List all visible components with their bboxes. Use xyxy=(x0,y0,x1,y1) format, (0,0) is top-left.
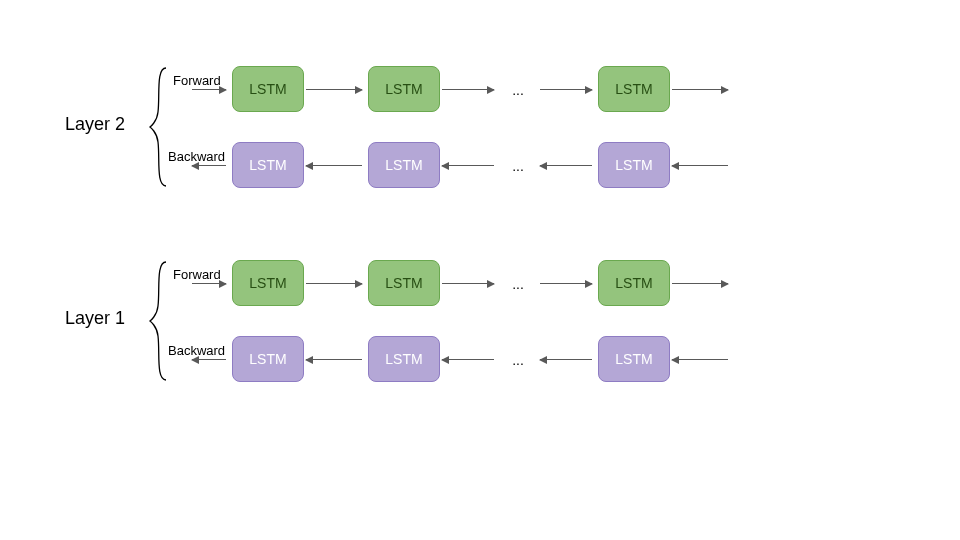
lstm-cell-forward: LSTM xyxy=(232,66,304,112)
arrow-right xyxy=(672,283,728,284)
diagram-stage: Layer 2 Forward LSTM LSTM ... LSTM Backw… xyxy=(0,0,960,540)
cell-text: LSTM xyxy=(615,157,652,173)
cell-text: LSTM xyxy=(615,351,652,367)
arrow-left xyxy=(306,165,362,166)
arrow-left xyxy=(192,359,226,360)
arrow-right xyxy=(306,89,362,90)
layer-2-backward-row: LSTM LSTM ... LSTM xyxy=(0,142,960,188)
cell-text: LSTM xyxy=(249,351,286,367)
cell-text: LSTM xyxy=(385,275,422,291)
cell-text: LSTM xyxy=(615,81,652,97)
arrow-right xyxy=(442,283,494,284)
arrow-right xyxy=(672,89,728,90)
lstm-cell-backward: LSTM xyxy=(368,336,440,382)
cell-text: LSTM xyxy=(615,275,652,291)
lstm-cell-forward: LSTM xyxy=(598,260,670,306)
lstm-cell-forward: LSTM xyxy=(598,66,670,112)
layer-2-label: Layer 2 xyxy=(65,114,125,135)
lstm-cell-backward: LSTM xyxy=(598,142,670,188)
arrow-left xyxy=(442,359,494,360)
cell-text: LSTM xyxy=(249,157,286,173)
arrow-left xyxy=(672,165,728,166)
lstm-cell-forward: LSTM xyxy=(368,66,440,112)
ellipsis: ... xyxy=(498,82,538,98)
ellipsis: ... xyxy=(498,276,538,292)
arrow-left xyxy=(672,359,728,360)
layer-1-forward-row: LSTM LSTM ... LSTM xyxy=(0,260,960,306)
lstm-cell-backward: LSTM xyxy=(598,336,670,382)
lstm-cell-backward: LSTM xyxy=(368,142,440,188)
arrow-right xyxy=(192,89,226,90)
arrow-right xyxy=(540,283,592,284)
cell-text: LSTM xyxy=(385,81,422,97)
arrow-right xyxy=(540,89,592,90)
cell-text: LSTM xyxy=(249,275,286,291)
arrow-left xyxy=(540,359,592,360)
ellipsis: ... xyxy=(498,352,538,368)
arrow-right xyxy=(192,283,226,284)
cell-text: LSTM xyxy=(385,157,422,173)
layer-2-forward-row: LSTM LSTM ... LSTM xyxy=(0,66,960,112)
ellipsis: ... xyxy=(498,158,538,174)
arrow-right xyxy=(442,89,494,90)
layer-1-label: Layer 1 xyxy=(65,308,125,329)
arrow-right xyxy=(306,283,362,284)
arrow-left xyxy=(540,165,592,166)
lstm-cell-forward: LSTM xyxy=(368,260,440,306)
arrow-left xyxy=(192,165,226,166)
lstm-cell-backward: LSTM xyxy=(232,336,304,382)
cell-text: LSTM xyxy=(385,351,422,367)
arrow-left xyxy=(306,359,362,360)
lstm-cell-forward: LSTM xyxy=(232,260,304,306)
arrow-left xyxy=(442,165,494,166)
cell-text: LSTM xyxy=(249,81,286,97)
layer-1-backward-row: LSTM LSTM ... LSTM xyxy=(0,336,960,382)
lstm-cell-backward: LSTM xyxy=(232,142,304,188)
